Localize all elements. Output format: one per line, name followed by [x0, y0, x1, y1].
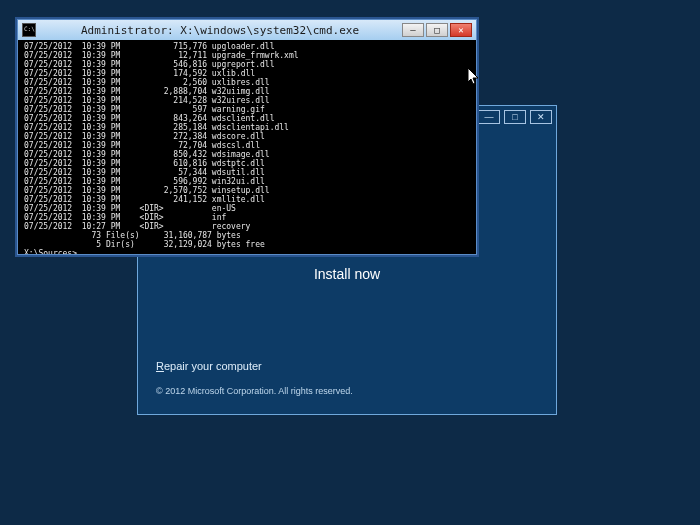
cmd-titlebar[interactable]: Administrator: X:\windows\system32\cmd.e…: [18, 20, 476, 40]
cmd-line: 07/25/2012 10:39 PM 72,704 wdscsl.dll: [24, 141, 470, 150]
cmd-icon: [22, 23, 36, 37]
cmd-maximize-button[interactable]: □: [426, 23, 448, 37]
cmd-line: 07/25/2012 10:39 PM 546,816 upgreport.dl…: [24, 60, 470, 69]
cmd-title: Administrator: X:\windows\system32\cmd.e…: [40, 24, 400, 37]
cmd-line: 07/25/2012 10:39 PM 596,992 win32ui.dll: [24, 177, 470, 186]
cmd-line: 73 File(s) 31,160,787 bytes: [24, 231, 470, 240]
cmd-window: Administrator: X:\windows\system32\cmd.e…: [17, 19, 477, 255]
cmd-line: 07/25/2012 10:39 PM 241,152 xmllite.dll: [24, 195, 470, 204]
cmd-close-button[interactable]: ✕: [450, 23, 472, 37]
repair-computer-link[interactable]: Repair your computer: [156, 360, 538, 372]
cmd-line: 07/25/2012 10:39 PM 2,888,704 w32uiimg.d…: [24, 87, 470, 96]
installer-minimize-button[interactable]: —: [478, 110, 500, 124]
cmd-line: 07/25/2012 10:39 PM 57,344 wdsutil.dll: [24, 168, 470, 177]
repair-text: epair your computer: [164, 360, 262, 372]
cmd-line: 07/25/2012 10:39 PM 12,711 upgrade_frmwr…: [24, 51, 470, 60]
cmd-minimize-button[interactable]: —: [402, 23, 424, 37]
cmd-line: 07/25/2012 10:39 PM 2,560 uxlibres.dll: [24, 78, 470, 87]
cmd-line: 07/25/2012 10:39 PM 174,592 uxlib.dll: [24, 69, 470, 78]
cmd-line: 07/25/2012 10:39 PM 715,776 upgloader.dl…: [24, 42, 470, 51]
cmd-line: 07/25/2012 10:39 PM 285,184 wdsclientapi…: [24, 123, 470, 132]
installer-close-button[interactable]: ✕: [530, 110, 552, 124]
cmd-line: 07/25/2012 10:39 PM 610,816 wdstptc.dll: [24, 159, 470, 168]
cmd-line: 5 Dir(s) 32,129,024 bytes free: [24, 240, 470, 249]
cmd-line: 07/25/2012 10:39 PM 2,570,752 winsetup.d…: [24, 186, 470, 195]
cmd-line: 07/25/2012 10:39 PM <DIR> en-US: [24, 204, 470, 213]
cmd-line: 07/25/2012 10:27 PM <DIR> recovery: [24, 222, 470, 231]
cmd-line: 07/25/2012 10:39 PM 214,528 w32uires.dll: [24, 96, 470, 105]
cmd-line: 07/25/2012 10:39 PM 850,432 wdsimage.dll: [24, 150, 470, 159]
copyright-text: © 2012 Microsoft Corporation. All rights…: [156, 386, 538, 396]
cmd-line: 07/25/2012 10:39 PM 843,264 wdsclient.dl…: [24, 114, 470, 123]
cmd-output[interactable]: 07/25/2012 10:39 PM 715,776 upgloader.dl…: [18, 40, 476, 254]
cmd-line: X:\Sources>_: [24, 249, 470, 254]
cmd-line: 07/25/2012 10:39 PM 272,384 wdscore.dll: [24, 132, 470, 141]
cmd-line: 07/25/2012 10:39 PM <DIR> inf: [24, 213, 470, 222]
install-now-button[interactable]: Install now: [156, 266, 538, 282]
installer-maximize-button[interactable]: □: [504, 110, 526, 124]
cmd-line: 07/25/2012 10:39 PM 597 warning.gif: [24, 105, 470, 114]
repair-hotkey: R: [156, 360, 164, 372]
